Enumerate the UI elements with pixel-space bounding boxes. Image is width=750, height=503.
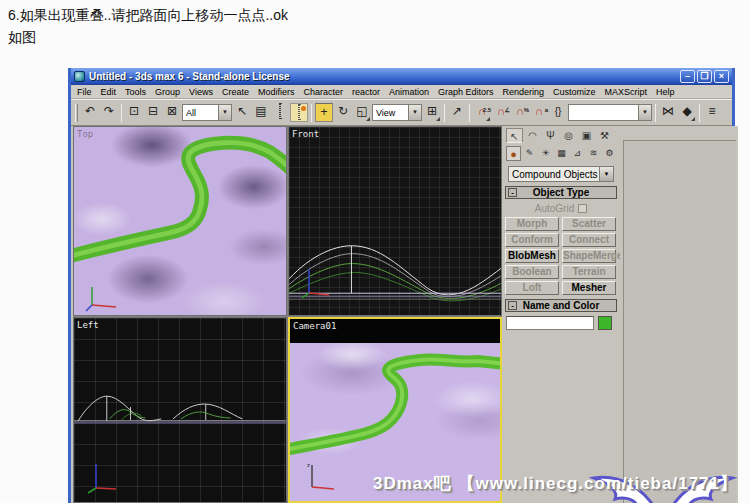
mesher-button[interactable]: Mesher: [562, 281, 616, 295]
menu-reactor[interactable]: reactor: [352, 87, 380, 97]
undo-icon[interactable]: ↶: [81, 103, 99, 122]
object-type-rollout-title: Object Type: [533, 187, 590, 198]
menu-character[interactable]: Character: [303, 87, 343, 97]
crossing-icon: [298, 104, 300, 120]
create-categories: ● ✎ ☀ ▦ ⊿ ≋ ⚙: [502, 144, 620, 163]
axis-tripod-icon: [299, 267, 339, 301]
minimize-button[interactable]: –: [680, 70, 695, 83]
space-warps-icon[interactable]: ≋: [586, 146, 601, 161]
angle-snap-icon[interactable]: ∩∠: [492, 103, 510, 122]
window-crossing-icon[interactable]: [290, 103, 308, 122]
hierarchy-tab-icon[interactable]: Ψ: [542, 128, 559, 143]
axis-tripod-icon: [82, 285, 122, 313]
percent-snap-icon[interactable]: ∩%: [511, 103, 529, 122]
viewport-left-label: Left: [77, 320, 99, 330]
name-color-rollout-header[interactable]: - Name and Color: [505, 299, 617, 312]
close-button[interactable]: ×: [714, 70, 729, 83]
snap-toggle-icon[interactable]: ∩2.5: [473, 103, 491, 122]
shapemerge-button[interactable]: ShapeMerge: [562, 249, 616, 263]
menu-bar: File Edit Tools Group Views Create Modif…: [71, 85, 732, 99]
cameras-icon[interactable]: ▦: [554, 146, 569, 161]
bind-to-spacewarp-icon[interactable]: ⊠: [163, 103, 181, 122]
menu-animation[interactable]: Animation: [389, 87, 429, 97]
maximize-button[interactable]: ❐: [697, 70, 712, 83]
collapse-icon[interactable]: -: [508, 188, 517, 197]
select-and-rotate-icon[interactable]: ↻: [334, 103, 352, 122]
blobmesh-button[interactable]: BlobMesh: [505, 249, 559, 263]
object-name-field[interactable]: [506, 316, 594, 330]
select-object-icon[interactable]: ↖: [233, 103, 251, 122]
chevron-down-icon[interactable]: ▼: [408, 105, 421, 120]
menu-group[interactable]: Group: [155, 87, 180, 97]
menu-graph-editors[interactable]: Graph Editors: [438, 87, 494, 97]
curve-editor-icon[interactable]: ≡: [703, 103, 721, 122]
motion-tab-icon[interactable]: ◎: [560, 128, 577, 143]
named-selection-sets-icon[interactable]: {}: [549, 103, 567, 122]
toolbar-separator: [311, 104, 312, 122]
morph-button[interactable]: Morph: [505, 217, 559, 231]
modify-tab-icon[interactable]: ◠: [524, 128, 541, 143]
named-selection-dropdown[interactable]: ▼: [568, 104, 652, 121]
chevron-down-icon[interactable]: ▼: [218, 105, 231, 120]
toolbar-separator: [469, 104, 470, 122]
shapes-icon[interactable]: ✎: [522, 146, 537, 161]
conform-button[interactable]: Conform: [505, 233, 559, 247]
window-title: Untitled - 3ds max 6 - Stand-alone Licen…: [89, 71, 290, 82]
name-color-row: [506, 316, 620, 330]
utilities-tab-icon[interactable]: ⚒: [596, 128, 613, 143]
redo-icon[interactable]: ↷: [100, 103, 118, 122]
boolean-button[interactable]: Boolean: [505, 265, 559, 279]
use-center-icon[interactable]: ⊞: [423, 103, 441, 122]
scatter-button[interactable]: Scatter: [562, 217, 616, 231]
viewport-camera-label: Camera01: [293, 321, 336, 331]
app-icon: [74, 71, 85, 82]
viewport-front[interactable]: Front: [288, 126, 502, 316]
menu-tools[interactable]: Tools: [125, 87, 146, 97]
connect-button[interactable]: Connect: [562, 233, 616, 247]
menu-edit[interactable]: Edit: [101, 87, 117, 97]
systems-icon[interactable]: ⚙: [602, 146, 617, 161]
geometry-icon[interactable]: ●: [506, 146, 521, 161]
chevron-down-icon[interactable]: ▼: [599, 167, 613, 181]
select-and-scale-icon[interactable]: ◱: [353, 103, 371, 122]
select-and-move-icon[interactable]: +: [315, 103, 333, 122]
select-and-manipulate-icon[interactable]: ↗: [448, 103, 466, 122]
select-by-name-icon[interactable]: ▤: [252, 103, 270, 122]
loft-button[interactable]: Loft: [505, 281, 559, 295]
3dsmax-window: Untitled - 3ds max 6 - Stand-alone Licen…: [68, 68, 735, 503]
align-icon[interactable]: ◆: [678, 103, 696, 122]
watermark-site: 3Dmax吧: [373, 474, 452, 493]
selection-filter-value: All: [186, 108, 196, 118]
menu-help[interactable]: Help: [656, 87, 675, 97]
reference-coordinate-dropdown[interactable]: View ▼: [372, 104, 422, 121]
object-color-swatch[interactable]: [598, 316, 612, 330]
menu-rendering[interactable]: Rendering: [503, 87, 545, 97]
select-and-link-icon[interactable]: ⊡: [125, 103, 143, 122]
menu-modifiers[interactable]: Modifiers: [258, 87, 295, 97]
menu-views[interactable]: Views: [189, 87, 213, 97]
viewport-top[interactable]: Top: [73, 126, 287, 316]
toolbar-handle[interactable]: [75, 104, 78, 122]
menu-file[interactable]: File: [77, 87, 92, 97]
terrain-button[interactable]: Terrain: [562, 265, 616, 279]
geometry-category-dropdown[interactable]: Compound Objects ▼: [508, 166, 614, 182]
rectangular-selection-icon[interactable]: [271, 103, 289, 122]
autogrid-checkbox[interactable]: [578, 204, 587, 213]
create-tab-icon[interactable]: ↖: [506, 128, 523, 143]
viewport-left[interactable]: Left: [73, 317, 287, 503]
chevron-down-icon[interactable]: ▼: [638, 105, 651, 120]
menu-create[interactable]: Create: [222, 87, 249, 97]
title-bar[interactable]: Untitled - 3ds max 6 - Stand-alone Licen…: [71, 68, 732, 85]
object-type-rollout-header[interactable]: - Object Type: [505, 186, 617, 199]
instruction-line: 6.如果出现重叠..请把路面向上移动一点点..ok: [8, 4, 288, 26]
menu-customize[interactable]: Customize: [553, 87, 596, 97]
display-tab-icon[interactable]: ▣: [578, 128, 595, 143]
helpers-icon[interactable]: ⊿: [570, 146, 585, 161]
spinner-snap-icon[interactable]: ∩a: [530, 103, 548, 122]
collapse-icon[interactable]: -: [508, 301, 517, 310]
unlink-selection-icon[interactable]: ⊟: [144, 103, 162, 122]
menu-maxscript[interactable]: MAXScript: [605, 87, 648, 97]
lights-icon[interactable]: ☀: [538, 146, 553, 161]
selection-filter-dropdown[interactable]: All ▼: [182, 104, 232, 121]
mirror-icon[interactable]: ⋈: [659, 103, 677, 122]
